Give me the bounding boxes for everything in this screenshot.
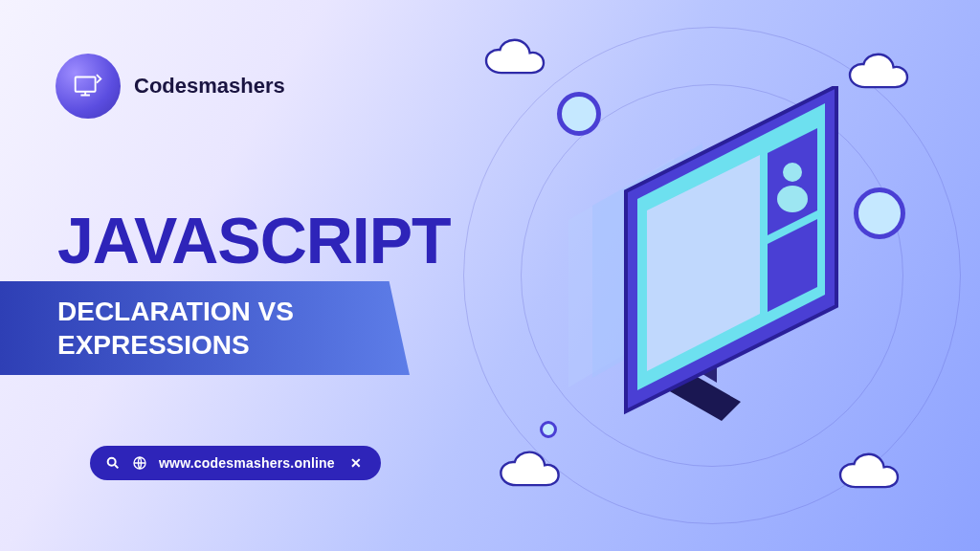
node-dot-icon <box>557 92 601 136</box>
cloud-icon <box>490 451 581 494</box>
headline-text: JAVASCRIPT <box>57 203 451 277</box>
illustration-area <box>444 0 980 551</box>
node-dot-icon <box>854 187 905 239</box>
svg-point-11 <box>783 163 802 182</box>
svg-point-12 <box>777 186 808 212</box>
logo-icon <box>56 54 121 119</box>
url-pill[interactable]: www.codesmashers.online ✕ <box>90 446 381 480</box>
close-icon[interactable]: ✕ <box>346 455 366 471</box>
svg-point-1 <box>108 458 116 466</box>
cloud-icon <box>482 38 559 81</box>
brand-name: Codesmashers <box>134 74 285 99</box>
monitor-illustration <box>559 86 875 450</box>
svg-rect-0 <box>76 77 96 92</box>
globe-icon <box>132 455 147 471</box>
cloud-icon <box>836 452 913 496</box>
url-text: www.codesmashers.online <box>159 455 335 471</box>
subtitle-bar: DECLARATION VS EXPRESSIONS <box>0 281 410 375</box>
node-dot-icon <box>540 421 557 438</box>
search-icon <box>105 455 121 471</box>
brand-row: Codesmashers <box>56 54 285 119</box>
